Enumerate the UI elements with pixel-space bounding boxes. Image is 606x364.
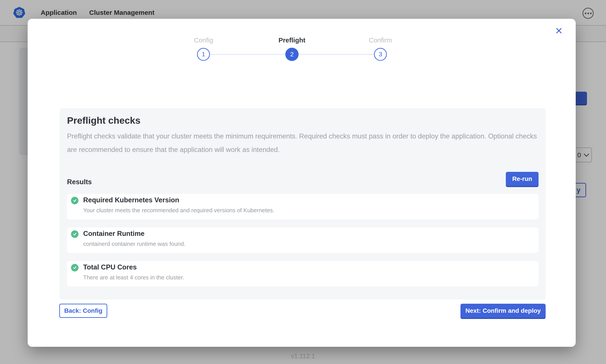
step-number: 1 — [202, 51, 205, 58]
check-description: containerd container runtime was found. — [83, 241, 186, 247]
check-row-container-runtime: Container Runtime containerd container r… — [67, 228, 538, 253]
check-text: Required Kubernetes Version Your cluster… — [83, 194, 275, 214]
check-pass-icon — [71, 264, 79, 272]
check-description: Your cluster meets the recommended and r… — [83, 207, 275, 214]
panel-title: Preflight checks — [67, 115, 538, 126]
check-results-list: Required Kubernetes Version Your cluster… — [67, 194, 538, 286]
stepper-connector — [299, 54, 374, 55]
back-config-button[interactable]: Back: Config — [59, 304, 107, 318]
checkmark-glyph — [72, 265, 77, 270]
panel-description: Preflight checks validate that your clus… — [67, 130, 538, 156]
check-title: Required Kubernetes Version — [83, 196, 275, 204]
check-text: Total CPU Cores There are at least 4 cor… — [83, 261, 184, 281]
next-confirm-deploy-button[interactable]: Next: Confirm and deploy — [460, 304, 546, 318]
check-title: Container Runtime — [83, 230, 186, 238]
results-header-row: Results Re-run — [67, 172, 538, 186]
check-description: There are at least 4 cores in the cluste… — [83, 274, 184, 281]
step-label-confirm: Confirm — [345, 37, 416, 44]
results-heading: Results — [67, 178, 92, 186]
check-row-kubernetes-version: Required Kubernetes Version Your cluster… — [67, 194, 538, 219]
checkmark-glyph — [72, 232, 77, 236]
check-pass-icon — [71, 230, 79, 238]
step-circle-1[interactable]: 1 — [197, 48, 210, 61]
step-label-preflight: Preflight — [257, 37, 327, 44]
step-number: 2 — [290, 51, 294, 58]
step-circle-3[interactable]: 3 — [374, 48, 387, 61]
step-label-config: Config — [168, 37, 239, 44]
close-x-glyph — [555, 27, 563, 34]
step-circle-2-active[interactable]: 2 — [285, 48, 299, 61]
rerun-button[interactable]: Re-run — [506, 172, 538, 186]
check-row-total-cpu-cores: Total CPU Cores There are at least 4 cor… — [67, 261, 538, 286]
preflight-modal: Config Preflight Confirm 1 2 3 Preflight… — [28, 19, 576, 347]
check-title: Total CPU Cores — [83, 263, 184, 271]
preflight-panel: Preflight checks Preflight checks valida… — [60, 108, 546, 299]
checkmark-glyph — [72, 198, 77, 203]
check-pass-icon — [71, 197, 79, 204]
check-text: Container Runtime containerd container r… — [83, 228, 186, 247]
stepper-connector — [210, 54, 285, 55]
close-icon[interactable] — [554, 26, 564, 36]
step-number: 3 — [379, 51, 382, 58]
